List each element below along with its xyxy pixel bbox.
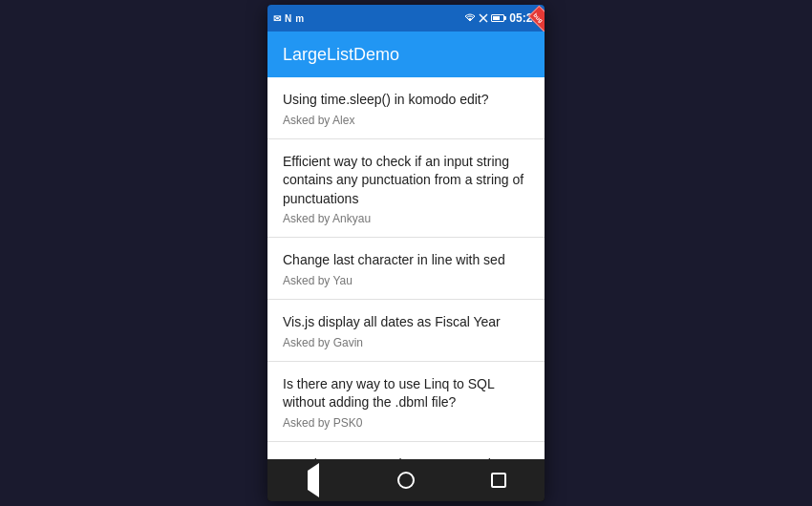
asked-by: Asked by Yau: [283, 274, 529, 287]
question-title: Efficient way to check if an input strin…: [283, 153, 529, 209]
signal-icon: [479, 13, 488, 23]
status-bar: ✉ N m 05:23: [267, 5, 545, 32]
app-bar: LargeListDemo: [267, 32, 545, 77]
asked-by: Asked by Ankyau: [283, 212, 529, 225]
question-title: Vis.js display all dates as Fiscal Year: [283, 313, 529, 332]
question-title: Is there any way to use Linq to SQL with…: [283, 375, 529, 412]
battery-icon: [491, 14, 506, 22]
list-item[interactable]: Is there any way to use Linq to SQL with…: [267, 362, 545, 442]
list-item[interactable]: Efficient way to check if an input strin…: [267, 139, 545, 239]
m-icon: m: [295, 13, 304, 24]
bug-badge: bug: [532, 12, 544, 24]
content-list: Using time.sleep() in komodo edit?Asked …: [267, 77, 545, 459]
list-item[interactable]: Vis.js display all dates as Fiscal YearA…: [267, 300, 545, 362]
asked-by: Asked by Alex: [283, 114, 529, 127]
nav-back-button[interactable]: [294, 461, 332, 499]
status-bar-left: ✉ N m: [273, 13, 304, 24]
nav-bar: [267, 459, 545, 501]
nav-home-button[interactable]: [387, 461, 425, 499]
asked-by: Asked by PSK0: [283, 416, 529, 430]
email-icon: ✉: [273, 13, 281, 24]
phone-frame: ✉ N m 05:23: [267, 5, 545, 501]
question-title: Angular 5 common.js: 263 Uncaught Refere…: [283, 455, 529, 459]
n-icon: N: [285, 13, 291, 24]
list-item[interactable]: Change last character in line with sedAs…: [267, 238, 545, 300]
asked-by: Asked by Gavin: [283, 336, 529, 349]
nav-recent-button[interactable]: [480, 461, 518, 499]
question-title: Change last character in line with sed: [283, 251, 529, 270]
list-item[interactable]: Angular 5 common.js: 263 Uncaught Refere…: [267, 442, 545, 459]
app-title: LargeListDemo: [283, 45, 399, 65]
list-item[interactable]: Using time.sleep() in komodo edit?Asked …: [267, 77, 545, 139]
wifi-icon: [464, 13, 476, 23]
question-title: Using time.sleep() in komodo edit?: [283, 91, 529, 110]
